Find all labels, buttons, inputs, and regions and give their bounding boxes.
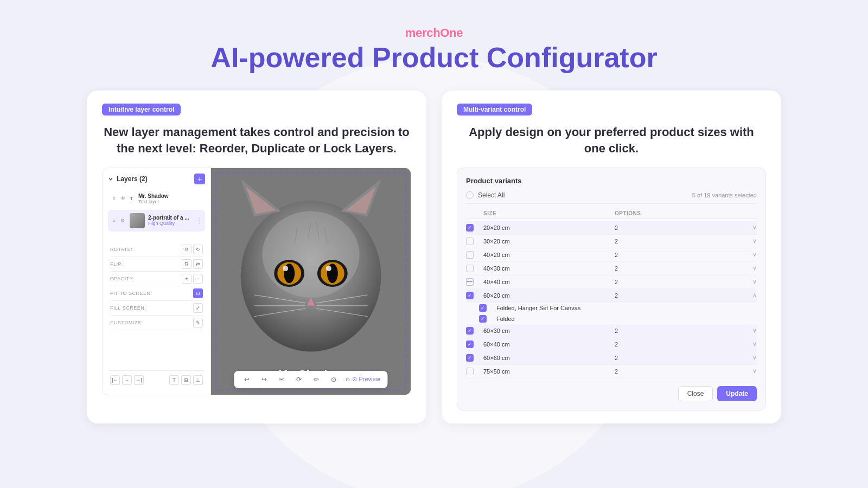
customize-control: CUSTOMIZE: ✎ bbox=[110, 316, 203, 330]
variant-checkbox-9[interactable]: ✓ bbox=[466, 354, 474, 362]
main-content: merchOne AI-powered Product Configurator… bbox=[0, 0, 868, 423]
edit-button[interactable]: ✏ bbox=[311, 374, 322, 385]
redo-button[interactable]: ↪ bbox=[259, 374, 270, 385]
panels-container: Intuitive layer control New layer manage… bbox=[87, 91, 781, 423]
page-wrapper: merchOne AI-powered Product Configurator… bbox=[0, 0, 868, 488]
opacity-increase-button[interactable]: + bbox=[182, 274, 192, 284]
flip-v-button[interactable]: ⇅ bbox=[182, 259, 192, 269]
align-right-button[interactable]: →| bbox=[134, 375, 144, 385]
add-layer-button[interactable]: + bbox=[194, 174, 205, 184]
sub-option-2[interactable]: ✓ Folded bbox=[466, 313, 757, 324]
align-center-v-button[interactable]: ⊞ bbox=[181, 375, 191, 385]
cat-illustration: Mr. Shadow bbox=[211, 168, 411, 395]
variant-checkbox-7[interactable]: ✓ bbox=[466, 327, 474, 335]
header: merchOne AI-powered Product Configurator bbox=[210, 0, 657, 73]
visibility-icon-2[interactable]: ⚙ bbox=[119, 217, 126, 224]
controls-area: ROTATE: ↺ ↻ FLIP: ⇅ bbox=[108, 238, 205, 335]
flip-control: FLIP: ⇅ ⇄ bbox=[110, 257, 203, 272]
fill-screen-control: FILL SCREEN: ⤢ bbox=[110, 301, 203, 316]
variant-row-8[interactable]: ✓ 60×40 cm 2 ∨ bbox=[466, 338, 757, 351]
layer-thumbnail bbox=[130, 213, 145, 228]
opacity-decrease-button[interactable]: − bbox=[193, 274, 203, 284]
sub-checkbox-2[interactable]: ✓ bbox=[479, 315, 487, 323]
right-panel: Multi-variant control Apply design on yo… bbox=[442, 91, 781, 423]
variant-checkbox-4[interactable] bbox=[466, 265, 474, 272]
variant-options-1: 2 bbox=[615, 224, 742, 231]
rotate-control: ROTATE: ↺ ↻ bbox=[110, 242, 203, 257]
chevron-icon bbox=[108, 176, 113, 182]
select-all-checkbox[interactable] bbox=[466, 191, 474, 199]
fill-screen-button[interactable]: ⤢ bbox=[193, 303, 203, 313]
variant-row-10[interactable]: 75×50 cm 2 ∨ bbox=[466, 365, 757, 378]
variant-chevron-1[interactable]: ∨ bbox=[746, 224, 757, 231]
canvas-toolbar: ↩ ↪ ✂ ⟳ ✏ ⊙ ⊙ ⊙ Preview bbox=[234, 371, 387, 388]
variant-row-1[interactable]: ✓ 20×20 cm 2 ∨ bbox=[466, 221, 757, 235]
fit-screen-control: FIT TO SCREEN: ⊡ bbox=[110, 286, 203, 301]
select-all-label: Select All bbox=[478, 191, 505, 199]
layer-item-text[interactable]: ≡ 👁 T Mr. Shadow Text layer bbox=[108, 190, 205, 208]
undo-button[interactable]: ↩ bbox=[241, 374, 252, 385]
align-top-button[interactable]: T bbox=[169, 375, 179, 385]
refresh-button[interactable]: ⟳ bbox=[293, 374, 304, 385]
cut-button[interactable]: ✂ bbox=[276, 374, 287, 385]
drag-icon-2: ≡ bbox=[110, 217, 118, 224]
variant-checkbox-1[interactable]: ✓ bbox=[466, 224, 474, 232]
variant-checkbox-2[interactable] bbox=[466, 237, 474, 245]
bottom-toolbar: |← → →| T ⊞ ⊥ bbox=[108, 370, 205, 389]
brand-pink: One bbox=[440, 26, 463, 40]
variant-checkbox-3[interactable] bbox=[466, 251, 474, 259]
left-badge: Intuitive layer control bbox=[102, 104, 181, 115]
table-header: SIZE OPTIONS bbox=[466, 208, 757, 219]
update-button[interactable]: Update bbox=[717, 386, 757, 401]
svg-point-14 bbox=[326, 266, 331, 271]
cat-canvas: Mr. Shadow bbox=[211, 168, 411, 395]
variants-count: 5 of 19 variants selected bbox=[692, 192, 757, 198]
left-panel: Intuitive layer control New layer manage… bbox=[87, 91, 426, 423]
svg-point-13 bbox=[283, 266, 288, 271]
layer-item-image[interactable]: ≡ ⚙ 2-portrait of a ... High Quality bbox=[108, 210, 205, 232]
sub-checkbox-1[interactable]: ✓ bbox=[479, 304, 487, 312]
variant-row-2[interactable]: 30×20 cm 2 ∨ bbox=[466, 235, 757, 248]
drag-icon: ≡ bbox=[110, 195, 118, 202]
rotate-cw-button[interactable]: ↻ bbox=[193, 245, 203, 254]
sub-option-1[interactable]: ✓ Folded, Hanger Set For Canvas bbox=[466, 303, 757, 313]
layer-name-2: 2-portrait of a ... bbox=[148, 215, 192, 221]
view-button[interactable]: ⊙ bbox=[328, 374, 339, 385]
right-badge: Multi-variant control bbox=[457, 104, 532, 115]
align-bottom-button[interactable]: ⊥ bbox=[193, 375, 203, 385]
preview-button[interactable]: ⊙ ⊙ Preview bbox=[346, 376, 380, 383]
customize-button[interactable]: ✎ bbox=[193, 318, 203, 328]
flip-h-button[interactable]: ⇄ bbox=[193, 259, 203, 269]
visibility-icon[interactable]: 👁 bbox=[119, 195, 126, 202]
variant-size-1: 20×20 cm bbox=[483, 224, 610, 231]
variant-checkbox-6[interactable]: ✓ bbox=[466, 292, 474, 299]
fit-screen-button[interactable]: ⊡ bbox=[193, 288, 203, 298]
variant-row-9[interactable]: ✓ 60×60 cm 2 ∨ bbox=[466, 351, 757, 365]
col-size-header: SIZE bbox=[483, 210, 610, 216]
layer-menu-icon[interactable]: ⋮ bbox=[195, 216, 203, 225]
variant-row-4[interactable]: 40×30 cm 2 ∨ bbox=[466, 262, 757, 275]
canvas-area: Mr. Shadow ↩ ↪ ✂ ⟳ bbox=[211, 168, 411, 395]
layer-name-1: Mr. Shadow bbox=[138, 193, 203, 199]
variant-checkbox-10[interactable] bbox=[466, 368, 474, 375]
variant-checkbox-5[interactable]: — bbox=[466, 278, 474, 286]
align-left-button[interactable]: |← bbox=[110, 375, 120, 385]
close-button[interactable]: Close bbox=[678, 386, 713, 401]
variant-row-6[interactable]: ✓ 60×20 cm 2 ∧ bbox=[466, 289, 757, 303]
variants-box: Product variants Select All 5 of 19 vari… bbox=[457, 168, 766, 410]
rotate-ccw-button[interactable]: ↺ bbox=[182, 245, 192, 254]
layers-header: Layers (2) + bbox=[108, 174, 205, 184]
variant-row-7[interactable]: ✓ 60×30 cm 2 ∨ bbox=[466, 324, 757, 338]
layers-sidebar: Layers (2) + ≡ 👁 T bbox=[103, 168, 211, 395]
brand-black: merch bbox=[405, 26, 441, 40]
variants-title: Product variants bbox=[466, 177, 757, 185]
variant-row-3[interactable]: 40×20 cm 2 ∨ bbox=[466, 248, 757, 262]
variant-row-5[interactable]: — 40×40 cm 2 ∨ bbox=[466, 275, 757, 289]
layers-title: Layers (2) bbox=[108, 175, 148, 183]
modal-footer: Close Update bbox=[466, 386, 757, 401]
align-center-h-button[interactable]: → bbox=[122, 375, 132, 385]
editor-mockup: Layers (2) + ≡ 👁 T bbox=[102, 168, 411, 395]
variant-checkbox-8[interactable]: ✓ bbox=[466, 341, 474, 348]
col-options-header: OPTIONS bbox=[615, 210, 742, 216]
svg-point-2 bbox=[262, 211, 359, 297]
